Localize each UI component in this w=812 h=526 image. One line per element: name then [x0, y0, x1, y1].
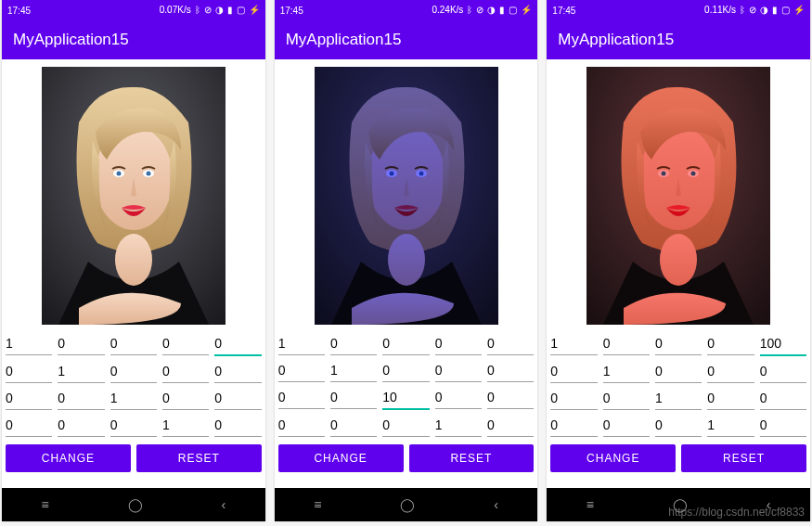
matrix-cell: [58, 358, 104, 383]
change-button[interactable]: CHANGE: [550, 444, 676, 472]
matrix-input[interactable]: [58, 385, 104, 410]
reset-button[interactable]: RESET: [136, 444, 262, 472]
matrix-input[interactable]: [487, 357, 534, 382]
matrix-input[interactable]: [110, 385, 157, 410]
matrix-input[interactable]: [58, 358, 104, 383]
matrix-input[interactable]: [110, 330, 157, 355]
matrix-input[interactable]: [487, 330, 534, 355]
matrix-cell: [110, 358, 157, 383]
matrix-input[interactable]: [655, 358, 702, 383]
matrix-input[interactable]: [655, 412, 702, 437]
matrix-cell: [550, 412, 597, 437]
matrix-input[interactable]: [707, 358, 754, 383]
matrix-input[interactable]: [278, 357, 325, 382]
back-icon[interactable]: ‹: [494, 497, 498, 512]
matrix-input[interactable]: [6, 412, 52, 437]
matrix-input[interactable]: [214, 412, 261, 437]
matrix-input[interactable]: [330, 330, 377, 355]
menu-icon[interactable]: ≡: [41, 497, 48, 512]
matrix-input[interactable]: [110, 412, 157, 437]
matrix-input[interactable]: [707, 330, 754, 355]
matrix-input[interactable]: [162, 385, 209, 410]
signal-icon: ▮: [499, 6, 505, 15]
dnd-icon: ⊘: [749, 6, 756, 15]
matrix-input[interactable]: [382, 384, 429, 410]
back-icon[interactable]: ‹: [222, 497, 226, 512]
matrix-cell: [382, 330, 429, 355]
circle-icon[interactable]: ◯: [673, 497, 688, 512]
matrix-cell: [330, 330, 377, 355]
matrix-input[interactable]: [330, 412, 377, 437]
menu-icon[interactable]: ≡: [586, 497, 594, 512]
matrix-cell: [655, 358, 702, 383]
tint-overlay-blue: [315, 67, 498, 325]
image-container: [2, 59, 265, 330]
matrix-input[interactable]: [110, 358, 157, 383]
matrix-input[interactable]: [487, 412, 534, 437]
reset-button[interactable]: RESET: [409, 444, 535, 472]
status-bar: 17:450.11K/sᛒ⊘◑▮▢⚡: [547, 0, 810, 20]
matrix-input[interactable]: [330, 384, 377, 409]
matrix-input[interactable]: [278, 412, 325, 437]
matrix-input[interactable]: [58, 330, 104, 355]
matrix-input[interactable]: [435, 384, 482, 409]
navigation-bar: ≡◯‹: [2, 488, 265, 521]
matrix-cell: [550, 330, 597, 356]
app-title: MyApplication15: [13, 31, 129, 49]
matrix-input[interactable]: [435, 330, 482, 355]
circle-icon[interactable]: ◯: [400, 497, 415, 512]
matrix-cell: [6, 385, 52, 410]
matrix-input[interactable]: [435, 357, 482, 382]
matrix-input[interactable]: [162, 358, 209, 383]
matrix-input[interactable]: [214, 385, 261, 410]
matrix-input[interactable]: [603, 358, 650, 383]
matrix-input[interactable]: [214, 330, 261, 356]
matrix-input[interactable]: [603, 330, 650, 355]
matrix-input[interactable]: [162, 412, 209, 437]
matrix-cell: [487, 412, 534, 437]
button-row: CHANGERESET: [275, 439, 538, 476]
matrix-row: [550, 412, 806, 437]
matrix-input[interactable]: [214, 358, 261, 383]
change-button[interactable]: CHANGE: [278, 444, 404, 472]
matrix-input[interactable]: [435, 412, 482, 437]
matrix-input[interactable]: [655, 330, 702, 355]
matrix-input[interactable]: [550, 385, 597, 410]
back-icon[interactable]: ‹: [767, 497, 771, 512]
matrix-input[interactable]: [487, 384, 534, 409]
matrix-input[interactable]: [6, 330, 52, 355]
matrix-input[interactable]: [603, 385, 650, 410]
matrix-cell: [487, 357, 534, 382]
matrix-input[interactable]: [330, 357, 377, 382]
matrix-cell: [214, 412, 261, 437]
menu-icon[interactable]: ≡: [314, 497, 321, 512]
reset-button[interactable]: RESET: [681, 444, 806, 472]
matrix-input[interactable]: [707, 412, 754, 437]
matrix-cell: [760, 412, 806, 437]
matrix-input[interactable]: [382, 330, 429, 355]
matrix-input[interactable]: [550, 412, 597, 437]
matrix-input[interactable]: [550, 358, 597, 383]
matrix-input[interactable]: [58, 412, 104, 437]
matrix-input[interactable]: [278, 330, 325, 355]
matrix-input[interactable]: [760, 330, 806, 356]
matrix-input[interactable]: [6, 358, 52, 383]
matrix-input[interactable]: [603, 412, 650, 437]
matrix-input[interactable]: [655, 385, 702, 410]
matrix-cell: [550, 358, 597, 383]
status-bar: 17:450.24K/sᛒ⊘◑▮▢⚡: [275, 0, 538, 20]
circle-icon[interactable]: ◯: [128, 497, 143, 512]
matrix-input[interactable]: [550, 330, 597, 355]
matrix-input[interactable]: [162, 330, 209, 355]
charge-icon: ⚡: [521, 6, 532, 15]
change-button[interactable]: CHANGE: [6, 444, 131, 472]
matrix-cell: [278, 384, 325, 410]
matrix-input[interactable]: [382, 357, 429, 382]
matrix-input[interactable]: [760, 385, 806, 410]
matrix-input[interactable]: [760, 412, 806, 437]
matrix-input[interactable]: [278, 384, 325, 409]
matrix-input[interactable]: [6, 385, 52, 410]
matrix-input[interactable]: [760, 358, 806, 383]
matrix-input[interactable]: [707, 385, 754, 410]
matrix-input[interactable]: [382, 412, 429, 437]
